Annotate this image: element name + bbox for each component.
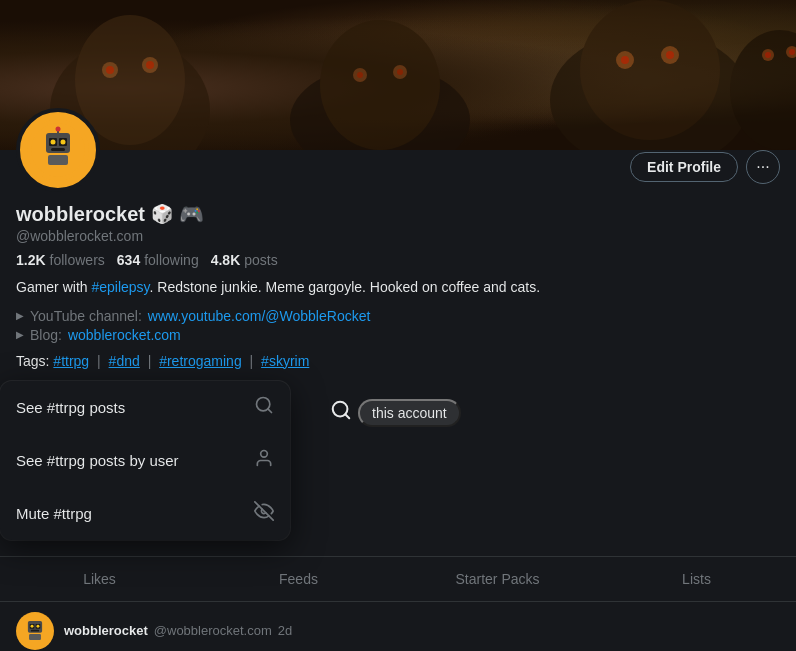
svg-point-3 — [106, 66, 114, 74]
blog-label: Blog: — [30, 327, 62, 343]
tag-ttrpg[interactable]: #ttrpg — [53, 353, 89, 369]
youtube-url[interactable]: www.youtube.com/@WobbleRocket — [148, 308, 371, 324]
svg-point-27 — [51, 140, 56, 145]
tag-retrogaming[interactable]: #retrogaming — [159, 353, 242, 369]
svg-point-11 — [397, 69, 403, 75]
svg-point-35 — [261, 450, 268, 457]
svg-point-5 — [146, 61, 154, 69]
post-preview-row: wobblerocket @wobblerocket.com 2d — [0, 601, 796, 651]
svg-point-15 — [621, 56, 629, 64]
avatar — [16, 108, 100, 192]
tab-starter-packs-label: Starter Packs — [455, 571, 539, 587]
youtube-label: YouTube channel: — [30, 308, 142, 324]
tag-sep-1: | — [97, 353, 101, 369]
tab-feeds-label: Feeds — [279, 571, 318, 587]
blog-url[interactable]: wobblerocket.com — [68, 327, 181, 343]
menu-item-see-posts-label: See #ttrpg posts — [16, 399, 125, 416]
svg-point-13 — [580, 0, 720, 140]
context-menu: See #ttrpg posts See #ttrpg posts by use… — [0, 381, 290, 540]
svg-line-34 — [268, 408, 272, 412]
display-name: wobblerocket — [16, 203, 145, 226]
svg-rect-45 — [31, 629, 39, 631]
followers-count: 1.2K — [16, 252, 46, 268]
tab-likes[interactable]: Likes — [0, 557, 199, 601]
dice-badge: 🎲 — [151, 203, 173, 225]
post-meta: wobblerocket @wobblerocket.com 2d — [64, 623, 292, 638]
svg-line-38 — [345, 414, 349, 418]
person-icon — [254, 448, 274, 473]
links-section: ▶ YouTube channel: www.youtube.com/@Wobb… — [16, 308, 780, 343]
tags-row: Tags: #ttrpg | #dnd | #retrogaming | #sk… — [16, 353, 780, 369]
svg-rect-29 — [51, 148, 65, 151]
svg-rect-30 — [48, 155, 68, 165]
controller-badge: 🎮 — [179, 202, 204, 226]
posts-count: 4.8K — [211, 252, 241, 268]
tab-likes-label: Likes — [83, 571, 116, 587]
menu-item-see-posts-by-user-label: See #ttrpg posts by user — [16, 452, 179, 469]
blog-link-row: ▶ Blog: wobblerocket.com — [16, 327, 780, 343]
this-account-button[interactable]: this account — [358, 399, 461, 427]
followers-label: followers — [50, 252, 105, 268]
bio-hashtag-epilepsy[interactable]: #epilepsy — [91, 279, 149, 295]
post-time: 2d — [278, 623, 292, 638]
tabs-row: Likes Feeds Starter Packs Lists — [0, 556, 796, 601]
svg-point-7 — [320, 20, 440, 150]
tab-lists[interactable]: Lists — [597, 557, 796, 601]
youtube-arrow: ▶ — [16, 310, 24, 321]
tag-skyrim[interactable]: #skyrim — [261, 353, 309, 369]
tag-sep-2: | — [148, 353, 152, 369]
edit-profile-button[interactable]: Edit Profile — [630, 152, 738, 182]
tabs-area: See #ttrpg posts See #ttrpg posts by use… — [0, 381, 796, 601]
menu-item-mute[interactable]: Mute #ttrpg — [0, 487, 290, 540]
tag-dnd[interactable]: #dnd — [109, 353, 140, 369]
mute-icon — [254, 501, 274, 526]
stats-row: 1.2K followers 634 following 4.8K posts — [16, 252, 780, 268]
following-count: 634 — [117, 252, 140, 268]
svg-rect-46 — [29, 634, 41, 640]
tags-label: Tags: — [16, 353, 49, 369]
more-options-button[interactable]: ··· — [746, 150, 780, 184]
post-avatar — [16, 612, 54, 650]
post-author-handle: @wobblerocket.com — [154, 623, 272, 638]
svg-point-32 — [56, 127, 61, 132]
svg-point-20 — [765, 52, 771, 58]
svg-point-22 — [789, 49, 795, 55]
svg-point-44 — [36, 624, 39, 627]
svg-point-9 — [357, 72, 363, 78]
this-account-section: this account — [330, 399, 461, 427]
post-author-name: wobblerocket — [64, 623, 148, 638]
svg-point-17 — [666, 51, 674, 59]
menu-item-see-posts-by-user[interactable]: See #ttrpg posts by user — [0, 434, 290, 487]
menu-item-mute-label: Mute #ttrpg — [16, 505, 92, 522]
user-handle: @wobblerocket.com — [16, 228, 780, 244]
svg-point-28 — [61, 140, 66, 145]
edit-buttons-group: Edit Profile ··· — [630, 150, 780, 184]
posts-label: posts — [244, 252, 277, 268]
tag-sep-3: | — [250, 353, 254, 369]
bio: Gamer with #epilepsy. Redstone junkie. M… — [16, 278, 780, 298]
tab-lists-label: Lists — [682, 571, 711, 587]
tab-feeds[interactable]: Feeds — [199, 557, 398, 601]
username-row: wobblerocket 🎲 🎮 — [16, 202, 780, 226]
search-icon — [254, 395, 274, 420]
bio-text-1: Gamer with — [16, 279, 91, 295]
youtube-link-row: ▶ YouTube channel: www.youtube.com/@Wobb… — [16, 308, 780, 324]
search-icon-right — [330, 399, 352, 426]
following-label: following — [144, 252, 198, 268]
profile-banner — [0, 0, 796, 160]
svg-point-43 — [31, 624, 34, 627]
blog-arrow: ▶ — [16, 329, 24, 340]
bio-text-2: . Redstone junkie. Meme gargoyle. Hooked… — [150, 279, 540, 295]
menu-item-see-posts[interactable]: See #ttrpg posts — [0, 381, 290, 434]
tab-starter-packs[interactable]: Starter Packs — [398, 557, 597, 601]
svg-point-18 — [730, 30, 796, 150]
avatar-image — [31, 123, 85, 177]
profile-section: Edit Profile ··· wobblerocket 🎲 🎮 @wobbl… — [0, 150, 796, 381]
